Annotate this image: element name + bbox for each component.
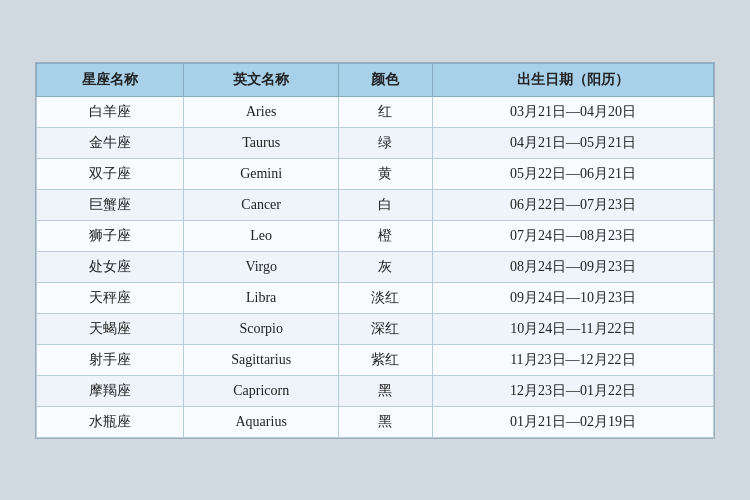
cell-dates: 12月23日—01月22日 xyxy=(432,375,713,406)
table-row: 双子座Gemini黄05月22日—06月21日 xyxy=(37,158,714,189)
cell-chinese-name: 白羊座 xyxy=(37,96,184,127)
cell-dates: 08月24日—09月23日 xyxy=(432,251,713,282)
cell-english-name: Aquarius xyxy=(184,406,339,437)
table-header-row: 星座名称 英文名称 颜色 出生日期（阳历） xyxy=(37,63,714,96)
header-color: 颜色 xyxy=(339,63,433,96)
table-row: 摩羯座Capricorn黑12月23日—01月22日 xyxy=(37,375,714,406)
table-row: 处女座Virgo灰08月24日—09月23日 xyxy=(37,251,714,282)
cell-color: 灰 xyxy=(339,251,433,282)
cell-chinese-name: 天蝎座 xyxy=(37,313,184,344)
table-row: 射手座Sagittarius紫红11月23日—12月22日 xyxy=(37,344,714,375)
cell-english-name: Cancer xyxy=(184,189,339,220)
cell-color: 黑 xyxy=(339,406,433,437)
cell-chinese-name: 狮子座 xyxy=(37,220,184,251)
cell-chinese-name: 处女座 xyxy=(37,251,184,282)
cell-chinese-name: 巨蟹座 xyxy=(37,189,184,220)
cell-color: 红 xyxy=(339,96,433,127)
cell-dates: 01月21日—02月19日 xyxy=(432,406,713,437)
cell-english-name: Leo xyxy=(184,220,339,251)
cell-chinese-name: 天秤座 xyxy=(37,282,184,313)
cell-english-name: Libra xyxy=(184,282,339,313)
table-row: 天蝎座Scorpio深红10月24日—11月22日 xyxy=(37,313,714,344)
table-body: 白羊座Aries红03月21日—04月20日金牛座Taurus绿04月21日—0… xyxy=(37,96,714,437)
cell-dates: 11月23日—12月22日 xyxy=(432,344,713,375)
cell-dates: 07月24日—08月23日 xyxy=(432,220,713,251)
cell-english-name: Aries xyxy=(184,96,339,127)
cell-dates: 04月21日—05月21日 xyxy=(432,127,713,158)
cell-english-name: Sagittarius xyxy=(184,344,339,375)
cell-dates: 03月21日—04月20日 xyxy=(432,96,713,127)
cell-color: 橙 xyxy=(339,220,433,251)
cell-chinese-name: 水瓶座 xyxy=(37,406,184,437)
table-row: 白羊座Aries红03月21日—04月20日 xyxy=(37,96,714,127)
header-chinese-name: 星座名称 xyxy=(37,63,184,96)
cell-color: 白 xyxy=(339,189,433,220)
zodiac-table: 星座名称 英文名称 颜色 出生日期（阳历） 白羊座Aries红03月21日—04… xyxy=(36,63,714,438)
header-english-name: 英文名称 xyxy=(184,63,339,96)
cell-chinese-name: 摩羯座 xyxy=(37,375,184,406)
cell-color: 深红 xyxy=(339,313,433,344)
header-dates: 出生日期（阳历） xyxy=(432,63,713,96)
cell-chinese-name: 射手座 xyxy=(37,344,184,375)
table-row: 天秤座Libra淡红09月24日—10月23日 xyxy=(37,282,714,313)
cell-english-name: Gemini xyxy=(184,158,339,189)
cell-english-name: Virgo xyxy=(184,251,339,282)
table-row: 狮子座Leo橙07月24日—08月23日 xyxy=(37,220,714,251)
cell-dates: 10月24日—11月22日 xyxy=(432,313,713,344)
cell-dates: 06月22日—07月23日 xyxy=(432,189,713,220)
table-row: 巨蟹座Cancer白06月22日—07月23日 xyxy=(37,189,714,220)
cell-dates: 05月22日—06月21日 xyxy=(432,158,713,189)
cell-english-name: Scorpio xyxy=(184,313,339,344)
table-row: 水瓶座Aquarius黑01月21日—02月19日 xyxy=(37,406,714,437)
cell-color: 紫红 xyxy=(339,344,433,375)
table-row: 金牛座Taurus绿04月21日—05月21日 xyxy=(37,127,714,158)
cell-color: 绿 xyxy=(339,127,433,158)
cell-chinese-name: 金牛座 xyxy=(37,127,184,158)
cell-dates: 09月24日—10月23日 xyxy=(432,282,713,313)
cell-english-name: Capricorn xyxy=(184,375,339,406)
zodiac-table-container: 星座名称 英文名称 颜色 出生日期（阳历） 白羊座Aries红03月21日—04… xyxy=(35,62,715,439)
cell-english-name: Taurus xyxy=(184,127,339,158)
cell-color: 黑 xyxy=(339,375,433,406)
cell-color: 黄 xyxy=(339,158,433,189)
cell-color: 淡红 xyxy=(339,282,433,313)
cell-chinese-name: 双子座 xyxy=(37,158,184,189)
